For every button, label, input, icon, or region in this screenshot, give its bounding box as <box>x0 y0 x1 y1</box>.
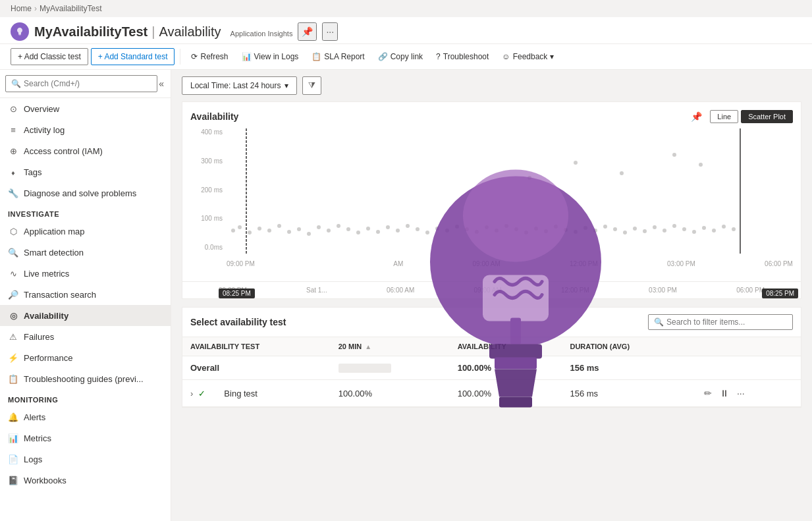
svg-point-15 <box>277 224 281 228</box>
svg-rect-2 <box>19 35 21 36</box>
svg-point-48 <box>603 225 607 229</box>
pause-test-button[interactable]: ⏸ <box>717 387 732 400</box>
svg-point-34 <box>465 227 469 231</box>
svg-point-40 <box>524 231 528 234</box>
logs-icon: 📊 <box>242 52 252 61</box>
feedback-button[interactable]: ☺ Feedback ▾ <box>497 49 559 65</box>
feedback-icon: ☺ <box>502 52 510 61</box>
sidebar-item-performance[interactable]: ⚡ Performance <box>0 347 171 368</box>
svg-point-30 <box>425 231 429 234</box>
edit-test-button[interactable]: ✏ <box>701 387 715 400</box>
svg-point-12 <box>248 231 252 234</box>
troubleshoot-button[interactable]: ? Troubleshoot <box>431 49 494 65</box>
sidebar-item-overview[interactable]: ⊙ Overview <box>0 98 171 119</box>
collapse-sidebar-button[interactable]: « <box>157 77 165 90</box>
filter-icon: ⧩ <box>308 80 315 90</box>
sidebar-item-diagnose[interactable]: 🔧 Diagnose and solve problems <box>0 182 171 204</box>
svg-point-19 <box>317 225 321 229</box>
twenty-min-cell-bing: 100.00% <box>331 380 450 407</box>
sla-report-button[interactable]: 📋 SLA Report <box>306 49 369 65</box>
svg-point-47 <box>593 229 597 233</box>
start-time-badge: 08:25 PM <box>219 288 255 298</box>
sidebar-item-availability[interactable]: ◎ Availability <box>0 305 171 326</box>
add-classic-test-button[interactable]: + Add Classic test <box>11 48 88 65</box>
svg-point-27 <box>396 229 400 233</box>
more-button[interactable]: ··· <box>322 22 338 41</box>
sidebar-item-live-metrics[interactable]: ∿ Live metrics <box>0 263 171 284</box>
refresh-button[interactable]: ⟳ Refresh <box>186 49 233 65</box>
svg-point-13 <box>257 227 261 231</box>
svg-point-35 <box>475 230 479 234</box>
sidebar-item-workbooks[interactable]: 📓 Workbooks <box>0 470 171 491</box>
svg-point-51 <box>633 227 637 231</box>
svg-point-50 <box>623 231 627 234</box>
svg-point-59 <box>712 229 716 233</box>
table-search-box[interactable]: 🔍 <box>648 314 793 330</box>
chart-wrapper: 400 ms 300 ms 200 ms 100 ms 0.0ms <box>190 128 793 273</box>
expand-button[interactable]: › <box>190 389 196 398</box>
svg-rect-1 <box>18 34 21 35</box>
end-time-badge: 08:25 PM <box>762 288 798 298</box>
breadcrumb-home[interactable]: Home <box>11 4 32 13</box>
availability-table: Select availability test 🔍 AVAILABILITY … <box>182 307 801 408</box>
table-search-input[interactable] <box>666 317 787 327</box>
scatter-view-button[interactable]: Scatter Plot <box>741 110 793 123</box>
timeline-bar: 08:25 PM 09:00 PM Sat 1... 06:00 AM 09:0… <box>182 282 801 299</box>
add-standard-test-button[interactable]: + Add Standard test <box>91 48 175 65</box>
activity-log-icon: ≡ <box>8 124 18 135</box>
svg-point-61 <box>732 227 736 231</box>
twenty-min-cell <box>331 356 450 380</box>
dropdown-icon: ▾ <box>284 81 288 90</box>
col-header-test: AVAILABILITY TEST <box>182 337 331 356</box>
svg-point-20 <box>327 229 331 233</box>
sidebar-item-alerts[interactable]: 🔔 Alerts <box>0 406 171 427</box>
table-row: › ✓ Bing test 100.00% 100.00% 156 ms ✏ ⏸ <box>182 380 801 407</box>
sla-icon: 📋 <box>311 52 321 61</box>
search-input[interactable] <box>24 79 151 88</box>
svg-point-63 <box>574 161 578 165</box>
pin-chart-button[interactable]: 📌 <box>691 111 702 122</box>
sidebar-item-transaction-search[interactable]: 🔎 Transaction search <box>0 284 171 305</box>
live-metrics-icon: ∿ <box>8 268 18 279</box>
performance-icon: ⚡ <box>8 352 18 363</box>
sidebar-item-activity-log[interactable]: ≡ Activity log <box>0 119 171 140</box>
more-test-button[interactable]: ··· <box>734 387 747 400</box>
duration-cell: 156 ms <box>562 356 693 380</box>
svg-point-58 <box>702 226 706 230</box>
pin-button[interactable]: 📌 <box>298 22 317 41</box>
overview-icon: ⊙ <box>8 103 18 114</box>
svg-point-55 <box>672 224 676 228</box>
time-range-button[interactable]: Local Time: Last 24 hours ▾ <box>182 76 297 95</box>
tags-icon: ⬧ <box>8 167 18 177</box>
view-in-logs-button[interactable]: 📊 View in Logs <box>236 49 304 65</box>
page-subtitle: Availability <box>159 24 221 40</box>
diagnose-icon: 🔧 <box>8 188 18 198</box>
svg-point-28 <box>406 224 410 228</box>
sidebar-item-logs[interactable]: 📄 Logs <box>0 449 171 470</box>
svg-point-56 <box>682 227 686 231</box>
svg-point-52 <box>643 229 647 233</box>
access-control-icon: ⊕ <box>8 146 18 156</box>
check-icon: ✓ <box>198 389 205 398</box>
search-box[interactable]: 🔍 <box>5 75 157 92</box>
sidebar-item-troubleshooting-guides[interactable]: 📋 Troubleshooting guides (previ... <box>0 368 171 389</box>
line-view-button[interactable]: Line <box>710 110 738 123</box>
svg-point-16 <box>287 230 291 234</box>
sidebar-item-metrics[interactable]: 📊 Metrics <box>0 427 171 449</box>
svg-point-39 <box>514 227 518 231</box>
sidebar-item-tags[interactable]: ⬧ Tags <box>0 161 171 182</box>
time-range-label: Local Time: Last 24 hours <box>190 81 281 90</box>
svg-point-32 <box>445 229 449 233</box>
sidebar-item-failures[interactable]: ⚠ Failures <box>0 326 171 347</box>
logs-icon-sidebar: 📄 <box>8 454 18 464</box>
application-map-icon: ⬡ <box>8 226 18 236</box>
refresh-icon: ⟳ <box>191 52 198 61</box>
filter-options-button[interactable]: ⧩ <box>302 76 321 95</box>
sidebar-item-smart-detection[interactable]: 🔍 Smart detection <box>0 242 171 263</box>
chart-controls: 📌 Line Scatter Plot <box>691 110 793 123</box>
sidebar-item-application-map[interactable]: ⬡ Application map <box>0 221 171 242</box>
svg-point-11 <box>238 225 242 229</box>
troubleshooting-guides-icon: 📋 <box>8 373 18 384</box>
sidebar-item-access-control[interactable]: ⊕ Access control (IAM) <box>0 140 171 161</box>
copy-link-button[interactable]: 🔗 Copy link <box>373 49 428 65</box>
